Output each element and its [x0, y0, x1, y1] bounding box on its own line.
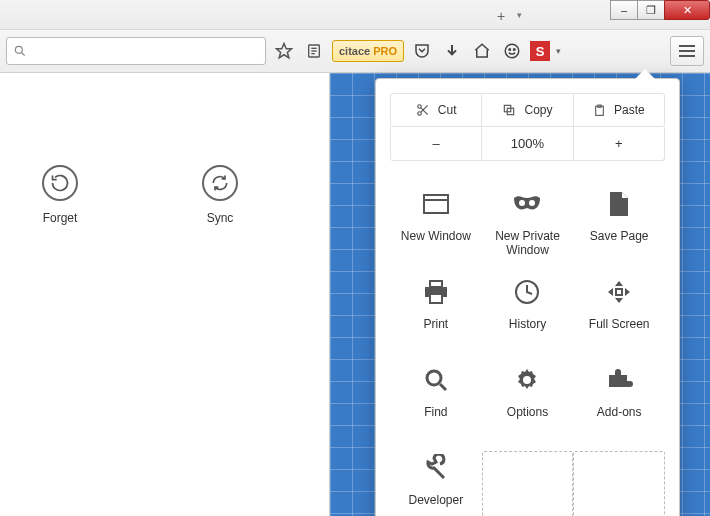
- toolbox-item-label: Forget: [43, 211, 78, 225]
- menu-panel: Cut Copy Paste – 100% + New Window Ne: [375, 78, 680, 516]
- puzzle-icon: [602, 363, 636, 397]
- pocket-button[interactable]: [410, 39, 434, 63]
- svg-marker-31: [608, 288, 613, 296]
- new-tab-button[interactable]: +: [492, 8, 510, 22]
- customize-toolbox: Forget Sync: [0, 73, 330, 516]
- minimize-button[interactable]: –: [610, 0, 638, 20]
- s-extension-dropdown[interactable]: ▾: [556, 46, 561, 56]
- svg-point-7: [505, 44, 519, 58]
- zoom-row: – 100% +: [390, 127, 665, 161]
- menu-item-find[interactable]: Find: [390, 357, 482, 439]
- window-icon: [419, 187, 453, 221]
- history-back-icon: [42, 165, 78, 201]
- svg-line-1: [22, 53, 25, 56]
- new-tab-dropdown[interactable]: ▾: [517, 10, 522, 20]
- menu-item-full-screen[interactable]: Full Screen: [573, 269, 665, 351]
- menu-item-developer[interactable]: Developer: [390, 445, 482, 516]
- hamburger-icon: [678, 44, 696, 58]
- printer-icon: [419, 275, 453, 309]
- svg-marker-2: [277, 44, 292, 58]
- svg-line-35: [440, 384, 446, 390]
- maximize-button[interactable]: ❐: [637, 0, 665, 20]
- home-button[interactable]: [470, 39, 494, 63]
- menu-item-new-private-window[interactable]: New Private Window: [482, 181, 574, 263]
- copy-button[interactable]: Copy: [482, 94, 573, 126]
- citace-pro-button[interactable]: citacePRO: [332, 40, 404, 62]
- menu-drop-slot[interactable]: [482, 451, 574, 516]
- zoom-level[interactable]: 100%: [482, 127, 573, 160]
- menu-item-options[interactable]: Options: [482, 357, 574, 439]
- menu-grid: New Window New Private Window Save Page …: [390, 181, 665, 516]
- cut-button[interactable]: Cut: [391, 94, 482, 126]
- svg-point-14: [418, 112, 422, 116]
- svg-point-34: [427, 371, 441, 385]
- svg-point-37: [523, 376, 531, 384]
- url-input[interactable]: [33, 44, 259, 58]
- menu-item-label: Full Screen: [589, 317, 650, 331]
- window-controls: – ❐ ✕: [611, 0, 710, 20]
- menu-item-label: Print: [423, 317, 448, 331]
- s-extension-button[interactable]: S: [530, 41, 550, 61]
- svg-point-13: [418, 105, 422, 109]
- svg-point-8: [509, 49, 511, 51]
- reader-view-button[interactable]: [302, 39, 326, 63]
- svg-point-9: [514, 49, 516, 51]
- menu-drop-slot[interactable]: [573, 451, 665, 516]
- toolbar: citacePRO S ▾: [0, 30, 710, 73]
- bookmark-star-button[interactable]: [272, 39, 296, 63]
- menu-item-label: Options: [507, 405, 548, 419]
- svg-marker-30: [615, 298, 623, 303]
- menu-item-label: New Window: [401, 229, 471, 243]
- menu-item-label: Developer: [408, 493, 463, 507]
- paste-button[interactable]: Paste: [574, 94, 664, 126]
- zoom-out-button[interactable]: –: [391, 127, 482, 160]
- menu-item-label: Find: [424, 405, 447, 419]
- citace-label: citace: [339, 45, 370, 57]
- clock-icon: [510, 275, 544, 309]
- menu-item-print[interactable]: Print: [390, 269, 482, 351]
- copy-icon: [502, 103, 516, 117]
- clipboard-row: Cut Copy Paste: [390, 93, 665, 127]
- menu-item-label: History: [509, 317, 546, 331]
- gear-icon: [510, 363, 544, 397]
- toolbox-item-forget[interactable]: Forget: [20, 165, 100, 225]
- menu-item-addons[interactable]: Add-ons: [573, 357, 665, 439]
- toolbox-item-sync[interactable]: Sync: [180, 165, 260, 225]
- chat-button[interactable]: [500, 39, 524, 63]
- svg-point-0: [15, 46, 22, 53]
- cut-label: Cut: [438, 103, 457, 117]
- mask-icon: [510, 187, 544, 221]
- svg-rect-33: [616, 289, 622, 295]
- main-area: Forget Sync Cut Copy Paste: [0, 73, 710, 516]
- zoom-in-button[interactable]: +: [574, 127, 664, 160]
- title-bar: + ▾ – ❐ ✕: [0, 0, 710, 30]
- hamburger-menu-button[interactable]: [670, 36, 704, 66]
- fullscreen-icon: [602, 275, 636, 309]
- url-field[interactable]: [6, 37, 266, 65]
- svg-marker-32: [625, 288, 630, 296]
- svg-rect-25: [430, 281, 442, 287]
- menu-item-label: New Private Window: [482, 229, 574, 257]
- menu-item-new-window[interactable]: New Window: [390, 181, 482, 263]
- menu-item-history[interactable]: History: [482, 269, 574, 351]
- paste-label: Paste: [614, 103, 645, 117]
- downloads-button[interactable]: [440, 39, 464, 63]
- svg-rect-21: [424, 195, 448, 213]
- scissors-icon: [416, 103, 430, 117]
- close-window-button[interactable]: ✕: [664, 0, 710, 20]
- svg-marker-29: [615, 281, 623, 286]
- clipboard-icon: [593, 103, 606, 118]
- sync-icon: [202, 165, 238, 201]
- svg-rect-27: [430, 294, 442, 303]
- svg-point-23: [519, 200, 525, 206]
- magnifier-icon: [419, 363, 453, 397]
- svg-point-24: [529, 200, 535, 206]
- menu-item-label: Add-ons: [597, 405, 642, 419]
- menu-item-save-page[interactable]: Save Page: [573, 181, 665, 263]
- page-icon: [602, 187, 636, 221]
- search-icon: [13, 44, 27, 58]
- copy-label: Copy: [524, 103, 552, 117]
- toolbox-item-label: Sync: [207, 211, 234, 225]
- menu-item-label: Save Page: [590, 229, 649, 243]
- wrench-icon: [419, 451, 453, 485]
